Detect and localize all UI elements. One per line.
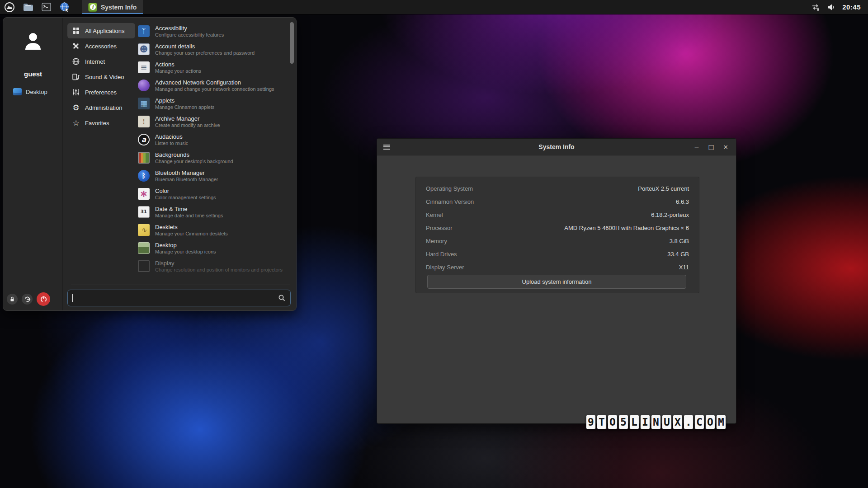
window-titlebar[interactable]: System Info − □ × bbox=[377, 139, 736, 155]
application-list: ᛉ AccessibilityConfigure accessibility f… bbox=[135, 22, 288, 283]
info-row-processor: Processor AMD Ryzen 5 4600H with Radeon … bbox=[426, 221, 689, 235]
logout-button[interactable] bbox=[22, 294, 33, 305]
text-caret bbox=[72, 294, 73, 302]
info-row-operating-system: Operating System PorteuX 2.5 current bbox=[426, 182, 689, 195]
taskbar-window-button[interactable]: i System Info bbox=[82, 0, 143, 14]
session-buttons bbox=[7, 292, 50, 306]
app-list-scrollbar[interactable] bbox=[290, 22, 294, 282]
administration-gear-icon: ⚙ bbox=[71, 103, 80, 112]
desktop-place-icon bbox=[13, 88, 22, 95]
power-icon bbox=[40, 296, 47, 303]
folder-icon bbox=[23, 3, 33, 12]
desklets-icon: ∿ bbox=[138, 224, 150, 236]
network-configuration-icon bbox=[138, 80, 150, 91]
info-row-hard-drives: Hard Drives 33.4 GB bbox=[426, 248, 689, 261]
minimize-button[interactable]: − bbox=[691, 141, 703, 153]
sound-video-icon bbox=[71, 73, 80, 80]
color-management-icon: ∗ bbox=[138, 188, 150, 200]
category-favorites[interactable]: ☆ Favorites bbox=[67, 115, 135, 131]
volume-icon[interactable] bbox=[827, 3, 835, 11]
all-applications-icon bbox=[71, 27, 80, 34]
panel-clock[interactable]: 20:45 bbox=[842, 3, 861, 11]
app-item-desktop[interactable]: DesktopManage your desktop icons bbox=[135, 239, 288, 257]
app-item-audacious[interactable]: a AudaciousListen to music bbox=[135, 131, 288, 149]
app-item-actions[interactable]: ≡ ActionsManage your actions bbox=[135, 58, 288, 76]
taskbar-window-label: System Info bbox=[101, 4, 137, 11]
audacious-icon: a bbox=[138, 134, 150, 145]
accessibility-icon: ᛉ bbox=[138, 25, 150, 37]
panel-separator bbox=[78, 3, 78, 11]
search-input[interactable] bbox=[67, 290, 291, 306]
search-icon bbox=[278, 294, 286, 302]
menu-launcher-button[interactable] bbox=[0, 0, 19, 14]
archive-manager-icon: ⁞ bbox=[138, 116, 150, 127]
category-internet[interactable]: Internet bbox=[67, 54, 135, 69]
app-item-applets[interactable]: ▦ AppletsManage Cinnamon applets bbox=[135, 94, 288, 113]
desktop-settings-icon bbox=[138, 242, 150, 254]
app-item-account-details[interactable]: ☻ Account detailsChange your user prefer… bbox=[135, 40, 288, 58]
terminal-launcher[interactable] bbox=[38, 0, 55, 14]
system-info-icon: i bbox=[88, 3, 97, 12]
place-desktop[interactable]: Desktop bbox=[10, 86, 50, 97]
info-row-display-server: Display Server X11 bbox=[426, 261, 689, 274]
calendar-icon: 31 bbox=[138, 206, 150, 218]
category-all-applications[interactable]: All Applications bbox=[67, 23, 135, 38]
username-label: guest bbox=[3, 70, 63, 78]
account-details-icon: ☻ bbox=[138, 43, 150, 55]
app-item-display[interactable]: DisplayChange resolution and position of… bbox=[135, 257, 288, 275]
close-button[interactable]: × bbox=[720, 141, 731, 153]
actions-icon: ≡ bbox=[138, 61, 150, 73]
maximize-button[interactable]: □ bbox=[705, 141, 717, 153]
window-title: System Info bbox=[377, 143, 736, 150]
category-sound-video[interactable]: Sound & Video bbox=[67, 69, 135, 84]
terminal-icon bbox=[42, 3, 51, 11]
category-preferences[interactable]: Preferences bbox=[67, 84, 135, 100]
top-panel: i System Info 20:45 bbox=[0, 0, 868, 14]
accessories-icon bbox=[71, 42, 80, 50]
web-browser-icon bbox=[59, 2, 70, 13]
window-menu-icon[interactable] bbox=[383, 145, 390, 150]
info-row-memory: Memory 3.8 GiB bbox=[426, 235, 689, 248]
menu-user-sidebar: guest Desktop bbox=[3, 18, 63, 310]
info-row-cinnamon-version: Cinnamon Version 6.6.3 bbox=[426, 195, 689, 208]
display-icon bbox=[138, 260, 150, 272]
internet-globe-icon bbox=[71, 58, 80, 65]
scrollbar-thumb[interactable] bbox=[290, 22, 294, 64]
porteux-logo-icon bbox=[4, 2, 15, 13]
browser-launcher[interactable] bbox=[55, 0, 74, 14]
category-administration[interactable]: ⚙ Administration bbox=[67, 100, 135, 115]
preferences-sliders-icon bbox=[71, 89, 80, 96]
lock-icon bbox=[9, 296, 15, 302]
app-item-date-time[interactable]: 31 Date & TimeManage date and time setti… bbox=[135, 203, 288, 221]
file-manager-launcher[interactable] bbox=[19, 0, 38, 14]
network-offline-icon[interactable] bbox=[811, 3, 820, 11]
user-avatar[interactable] bbox=[21, 29, 45, 53]
favorites-star-icon: ☆ bbox=[71, 118, 80, 127]
system-info-panel: Operating System PorteuX 2.5 current Cin… bbox=[415, 177, 699, 293]
logout-icon bbox=[24, 296, 31, 303]
watermark-9to5linux: 9TO5LINUX.COM bbox=[586, 415, 726, 429]
app-item-archive-manager[interactable]: ⁞ Archive ManagerCreate and modify an ar… bbox=[135, 113, 288, 131]
category-list: All Applications Accessories Internet bbox=[67, 23, 135, 131]
info-row-kernel: Kernel 6.18.2-porteux bbox=[426, 208, 689, 221]
app-item-backgrounds[interactable]: BackgroundsChange your desktop's backgro… bbox=[135, 149, 288, 167]
backgrounds-icon bbox=[138, 152, 150, 164]
application-menu: guest Desktop bbox=[3, 17, 297, 311]
category-accessories[interactable]: Accessories bbox=[67, 38, 135, 54]
app-item-color[interactable]: ∗ ColorColor management settings bbox=[135, 185, 288, 203]
app-item-desklets[interactable]: ∿ DeskletsManage your Cinnamon desklets bbox=[135, 221, 288, 239]
bluetooth-icon: ᛒ bbox=[138, 170, 150, 182]
applets-icon: ▦ bbox=[138, 98, 150, 109]
app-item-bluetooth-manager[interactable]: ᛒ Bluetooth ManagerBlueman Bluetooth Man… bbox=[135, 167, 288, 185]
lock-button[interactable] bbox=[7, 294, 18, 305]
system-tray: 20:45 bbox=[811, 0, 868, 14]
shutdown-button[interactable] bbox=[37, 292, 50, 306]
upload-system-information-button[interactable]: Upload system information bbox=[427, 275, 686, 289]
search-separator bbox=[71, 285, 290, 285]
app-item-advanced-network-configuration[interactable]: Advanced Network ConfigurationManage and… bbox=[135, 76, 288, 94]
system-info-window: System Info − □ × Operating System Porte… bbox=[377, 138, 736, 424]
app-item-accessibility[interactable]: ᛉ AccessibilityConfigure accessibility f… bbox=[135, 22, 288, 40]
